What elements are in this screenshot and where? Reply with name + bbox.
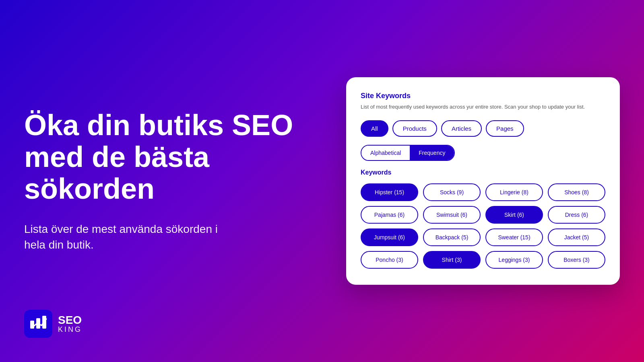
logo-icon xyxy=(24,310,52,338)
filter-tab-pages[interactable]: Pages xyxy=(486,120,524,137)
keyword-tag-3[interactable]: Shoes (8) xyxy=(548,183,605,201)
keyword-tag-14[interactable]: Leggings (3) xyxy=(485,251,543,269)
keyword-tag-5[interactable]: Swimsuit (6) xyxy=(423,206,481,224)
right-panel: Site Keywords List of most frequently us… xyxy=(346,77,620,285)
site-keywords-card: Site Keywords List of most frequently us… xyxy=(346,77,620,285)
logo-sub: KING xyxy=(58,326,82,333)
left-panel: Öka din butiks SEO med de bästa sökorden… xyxy=(0,77,346,285)
logo-brand: SEO xyxy=(58,314,82,326)
card-description: List of most frequently used keywords ac… xyxy=(361,103,605,111)
keyword-tag-7[interactable]: Dress (6) xyxy=(548,206,605,224)
keyword-tag-11[interactable]: Jacket (5) xyxy=(548,228,605,246)
main-heading: Öka din butiks SEO med de bästa sökorden xyxy=(24,109,322,205)
keywords-label: Keywords xyxy=(361,169,605,176)
sort-tabs: AlphabeticalFrequency xyxy=(361,145,455,161)
keywords-grid: Hipster (15)Socks (9)Lingerie (8)Shoes (… xyxy=(361,183,605,269)
filter-tab-products[interactable]: Products xyxy=(392,120,437,137)
keyword-tag-8[interactable]: Jumpsuit (6) xyxy=(361,228,418,246)
keyword-tag-4[interactable]: Pajamas (6) xyxy=(361,206,418,224)
keyword-tag-12[interactable]: Poncho (3) xyxy=(361,251,418,269)
card-title: Site Keywords xyxy=(361,92,605,100)
filter-tab-all[interactable]: All xyxy=(361,120,388,137)
logo-text: SEO KING xyxy=(58,315,82,333)
keyword-tag-2[interactable]: Lingerie (8) xyxy=(485,183,543,201)
keyword-tag-9[interactable]: Backpack (5) xyxy=(423,228,481,246)
sort-tab-alphabetical[interactable]: Alphabetical xyxy=(361,146,410,160)
logo-area: SEO KING xyxy=(24,310,82,338)
logo-svg xyxy=(29,315,47,333)
sub-heading: Lista över de mest använda sökorden i he… xyxy=(24,221,233,253)
filter-tabs: AllProductsArticlesPages xyxy=(361,120,605,137)
sort-tab-frequency[interactable]: Frequency xyxy=(410,146,454,160)
keyword-tag-1[interactable]: Socks (9) xyxy=(423,183,481,201)
keyword-tag-15[interactable]: Boxers (3) xyxy=(548,251,605,269)
keyword-tag-0[interactable]: Hipster (15) xyxy=(361,183,418,201)
filter-tab-articles[interactable]: Articles xyxy=(441,120,482,137)
keyword-tag-13[interactable]: Shirt (3) xyxy=(423,251,481,269)
keyword-tag-6[interactable]: Skirt (6) xyxy=(485,206,543,224)
keyword-tag-10[interactable]: Sweater (15) xyxy=(485,228,543,246)
